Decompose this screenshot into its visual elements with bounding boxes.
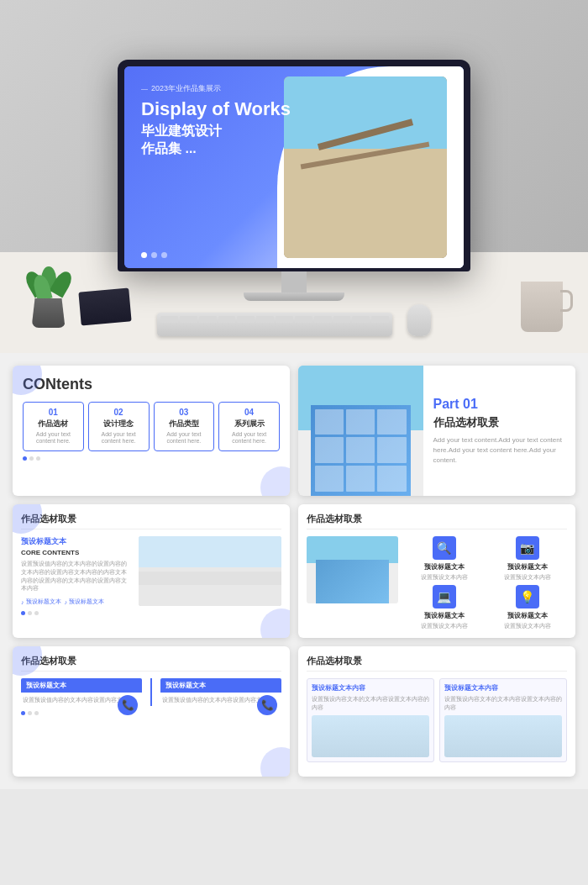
part01-building-image bbox=[298, 366, 423, 496]
slide3-dot-1[interactable] bbox=[21, 611, 25, 615]
lightbulb-icon: 💡 bbox=[520, 590, 534, 603]
slide-dot-2[interactable] bbox=[151, 252, 157, 258]
content-zh-4: 系列展示 bbox=[223, 419, 276, 429]
icon-label-3: 预设标题文本 bbox=[405, 611, 484, 620]
monitor-base bbox=[244, 292, 344, 301]
slide-dot-1[interactable] bbox=[141, 252, 147, 258]
window-9 bbox=[377, 466, 406, 492]
window-7 bbox=[315, 466, 344, 492]
slide5-dot-3[interactable] bbox=[34, 711, 39, 715]
material-subheading: CORE CONTENTS bbox=[21, 549, 132, 556]
icon-item-2: 📷 预设标题文本 设置预设文本内容 bbox=[488, 536, 567, 581]
content-item-2: 02 设计理念 Add your text content here. bbox=[88, 402, 150, 451]
slide-dot-3[interactable] bbox=[161, 252, 167, 258]
slide5-dot-2[interactable] bbox=[28, 711, 32, 715]
slide-hero-image bbox=[284, 76, 447, 258]
plant-pot bbox=[25, 269, 71, 328]
tag1-text: 预设标题文本 bbox=[26, 598, 61, 606]
contents-title: CONtents bbox=[23, 376, 280, 393]
slide5-dots bbox=[21, 711, 281, 715]
monitor-screen: 2023年业作品集展示 Display of Works 毕业建筑设计 作品集 … bbox=[124, 66, 464, 268]
slide-title-chinese-2: 作品集 ... bbox=[141, 140, 291, 158]
key-12 bbox=[371, 316, 389, 323]
material-tags: ♪ 预设标题文本 ♪ 预设标题文本 bbox=[21, 598, 132, 606]
slide-main: 2023年业作品集展示 Display of Works 毕业建筑设计 作品集 … bbox=[124, 66, 464, 268]
icon-label-2: 预设标题文本 bbox=[488, 562, 567, 572]
phone-icon-symbol-2: 📞 bbox=[261, 699, 274, 711]
thumb-dot-1[interactable] bbox=[23, 456, 27, 461]
thumb-dot-2[interactable] bbox=[29, 456, 34, 461]
blob-br-5 bbox=[260, 747, 290, 777]
desk-items-left bbox=[25, 269, 130, 328]
key-7 bbox=[276, 316, 293, 323]
phone-icon-symbol: 📞 bbox=[122, 699, 134, 711]
icon-item-3: 💻 预设标题文本 设置预设文本内容 bbox=[405, 585, 484, 630]
window-6 bbox=[377, 437, 406, 463]
icon-label-1: 预设标题文本 bbox=[405, 562, 484, 572]
icon-desc-3: 设置预设文本内容 bbox=[405, 622, 484, 630]
slide3-dot-3[interactable] bbox=[34, 611, 39, 615]
icons-content: 🔍 预设标题文本 设置预设文本内容 📷 预设标题文本 设置预设文本内容 💻 bbox=[307, 536, 567, 630]
icons-left-image bbox=[307, 536, 398, 630]
building-facade bbox=[311, 405, 411, 497]
slide-text-area: 2023年业作品集展示 Display of Works 毕业建筑设计 作品集 … bbox=[141, 83, 291, 158]
content-item-3: 03 作品类型 Add your text content here. bbox=[154, 402, 215, 451]
desk-items-right bbox=[521, 282, 563, 332]
content-desc-3: Add your text content here. bbox=[158, 431, 211, 445]
music-icon-2: ♪ bbox=[65, 599, 68, 605]
content-zh-3: 作品类型 bbox=[158, 419, 211, 429]
content-num-1: 01 bbox=[27, 408, 80, 417]
slide3-section-title: 作品选材取景 bbox=[21, 513, 281, 529]
monitor-frame: 2023年业作品集展示 Display of Works 毕业建筑设计 作品集 … bbox=[118, 60, 470, 271]
slide5-dot-1[interactable] bbox=[21, 711, 25, 715]
monitor-neck bbox=[281, 271, 307, 292]
table-col-header-1: 预设标题文本内容 bbox=[312, 683, 429, 693]
slide-title-chinese-1: 毕业建筑设计 bbox=[141, 123, 291, 140]
architecture-image bbox=[284, 76, 447, 258]
material-content: 预设标题文本 CORE CONTENTS 设置预设值内容的文本内容的设置内容的文… bbox=[21, 536, 281, 606]
icon-label-4: 预设标题文本 bbox=[488, 611, 567, 620]
building-windows bbox=[311, 405, 411, 497]
bridge-structure bbox=[139, 572, 282, 586]
monitor-wrapper: 2023年业作品集展示 Display of Works 毕业建筑设计 作品集 … bbox=[118, 60, 470, 336]
building-image-inner bbox=[298, 366, 423, 496]
key-2 bbox=[180, 316, 197, 323]
content-item-4: 04 系列展示 Add your text content here. bbox=[218, 402, 280, 451]
text-block-1: 预设标题文本 设置预设值内容的文本内容设置内容文本 📞 bbox=[21, 678, 142, 706]
window-3 bbox=[377, 409, 406, 435]
pot-body bbox=[32, 298, 66, 328]
coffee-cup bbox=[521, 282, 563, 332]
connector-line bbox=[150, 678, 152, 706]
keyboard-keys bbox=[157, 313, 392, 326]
table-col-text-1: 设置预设内容文本的文本内容设置文本内容的内容 bbox=[312, 695, 429, 712]
content-num-2: 02 bbox=[92, 408, 145, 417]
key-4 bbox=[218, 316, 236, 323]
material-bridge-image bbox=[139, 536, 282, 606]
slide-thumb-contents: CONtents 01 作品选材 Add your text content h… bbox=[13, 366, 290, 496]
icon-desc-2: 设置预设文本内容 bbox=[488, 573, 567, 581]
material-tag-2: ♪ 预设标题文本 bbox=[65, 598, 105, 606]
window-5 bbox=[346, 437, 375, 463]
lightbulb-icon-box: 💡 bbox=[516, 585, 539, 608]
slide-thumb-table: 作品选材取景 预设标题文本内容 设置预设内容文本的文本内容设置文本内容的内容 预… bbox=[298, 646, 575, 777]
text-block-header-2: 预设标题文本 bbox=[160, 678, 281, 693]
slide5-section-title: 作品选材取景 bbox=[21, 655, 281, 672]
key-5 bbox=[237, 316, 255, 323]
icon-item-1: 🔍 预设标题文本 设置预设文本内容 bbox=[405, 536, 484, 581]
slide-title-english: Display of Works bbox=[141, 99, 291, 119]
slide3-dot-2[interactable] bbox=[28, 611, 32, 615]
content-zh-1: 作品选材 bbox=[27, 419, 80, 429]
key-3 bbox=[199, 316, 217, 323]
monitor-section: 2023年业作品集展示 Display of Works 毕业建筑设计 作品集 … bbox=[0, 0, 588, 353]
part01-text-area: Part 01 作品选材取景 Add your text content.Add… bbox=[423, 366, 576, 496]
key-1 bbox=[160, 316, 178, 323]
content-zh-2: 设计理念 bbox=[92, 419, 145, 429]
key-6 bbox=[256, 316, 274, 323]
monitor-icon: 💻 bbox=[437, 590, 451, 603]
slide3-dots bbox=[21, 611, 281, 615]
key-8 bbox=[295, 316, 312, 323]
thumb-dot-3[interactable] bbox=[36, 456, 40, 461]
part01-label-colored: Part 01 bbox=[433, 397, 478, 411]
bridge-img-inner bbox=[139, 536, 282, 606]
icon-desc-1: 设置预设文本内容 bbox=[405, 573, 484, 581]
